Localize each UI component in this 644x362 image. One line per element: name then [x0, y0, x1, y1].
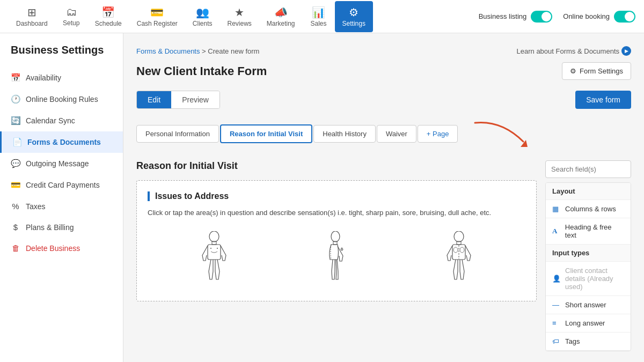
online-booking-label: Online booking [563, 12, 610, 20]
arrow-svg [470, 117, 534, 150]
breadcrumb-parent[interactable]: Forms & Documents [136, 47, 200, 55]
page-tab-personal-info[interactable]: Personal Information [136, 125, 219, 143]
credit-card-icon: 💳 [11, 180, 20, 190]
breadcrumb: Forms & Documents > Create new form Lear… [136, 46, 631, 56]
nav-setup[interactable]: 🗂 Setup [55, 1, 87, 32]
svg-point-13 [460, 247, 464, 253]
reviews-icon: ★ [235, 6, 244, 19]
business-listing-label: Business listing [479, 12, 527, 20]
arrow-annotation [470, 117, 534, 150]
cash-register-icon: 💳 [150, 6, 164, 19]
save-form-button[interactable]: Save form [575, 91, 631, 109]
settings-icon: ⚙ [349, 6, 358, 19]
setup-icon: 🗂 [66, 6, 77, 18]
dashboard-icon: ⊞ [27, 6, 36, 19]
marketing-icon: 📣 [274, 6, 288, 19]
form-settings-button[interactable]: ⚙ Form Settings [562, 62, 631, 80]
form-title: New Client Intake Form [136, 64, 267, 78]
long-answer-icon: ≡ [552, 319, 561, 327]
svg-rect-3 [208, 245, 221, 260]
online-booking-toggle-group: Online booking [563, 11, 635, 23]
page-tab-health-history[interactable]: Health History [313, 125, 376, 143]
short-answer-icon: — [552, 301, 561, 309]
nav-clients[interactable]: 👥 Clients [185, 1, 220, 32]
right-panel-content: Layout ▦ Columns & rows A Heading & free… [545, 182, 631, 351]
svg-point-1 [209, 231, 219, 242]
sidebar-item-plans-billing[interactable]: $ Plans & Billing [0, 217, 123, 238]
play-icon: ▶ [621, 46, 631, 56]
sales-icon: 📊 [312, 6, 325, 19]
right-panel: Layout ▦ Columns & rows A Heading & free… [545, 160, 631, 351]
nav-items: ⊞ Dashboard 🗂 Setup 📅 Schedule 💳 Cash Re… [9, 1, 479, 32]
sidebar-item-calendar-sync[interactable]: 🔄 Calendar Sync [0, 110, 123, 131]
nav-right: Business listing Online booking [479, 11, 635, 23]
sidebar-item-outgoing-message[interactable]: 💬 Outgoing Message [0, 153, 123, 174]
nav-dashboard[interactable]: ⊞ Dashboard [9, 1, 55, 32]
body-back-svg [437, 231, 480, 285]
nav-marketing[interactable]: 📣 Marketing [259, 1, 303, 32]
svg-point-12 [453, 247, 458, 253]
online-booking-toggle[interactable] [614, 11, 635, 23]
business-listing-toggle[interactable] [531, 11, 552, 23]
add-page-tab[interactable]: + Page [418, 125, 458, 143]
svg-point-6 [331, 231, 340, 242]
heading-free-text-item[interactable]: A Heading & free text [546, 218, 631, 245]
breadcrumb-current: Create new form [208, 47, 259, 55]
client-contact-details-item: 👤 Client contact details (Already used) [546, 262, 631, 296]
heading-icon: A [552, 227, 561, 235]
schedule-icon: 📅 [101, 6, 115, 19]
outgoing-message-icon: 💬 [11, 159, 20, 168]
columns-rows-icon: ▦ [552, 205, 561, 213]
sidebar-item-online-booking-rules[interactable]: 🕐 Online Booking Rules [0, 88, 123, 110]
short-answer-item[interactable]: — Short answer [546, 296, 631, 314]
tab-preview[interactable]: Preview [171, 91, 219, 108]
search-fields-input[interactable] [545, 160, 631, 178]
nav-cash-register[interactable]: 💳 Cash Register [129, 1, 185, 32]
taxes-icon: % [11, 202, 20, 211]
page-tabs: Personal Information Reason for Initial … [136, 117, 631, 150]
tags-icon: 🏷 [552, 337, 561, 345]
form-card[interactable]: Issues to Address Click or tap the area(… [136, 180, 537, 301]
nav-sales[interactable]: 📊 Sales [303, 1, 335, 32]
delete-icon: 🗑 [11, 243, 20, 253]
page-tab-waiver[interactable]: Waiver [377, 125, 416, 143]
gear-icon: ⚙ [570, 67, 576, 75]
top-nav: ⊞ Dashboard 🗂 Setup 📅 Schedule 💳 Cash Re… [0, 0, 644, 33]
main-content: Forms & Documents > Create new form Lear… [123, 33, 644, 362]
calendar-sync-icon: 🔄 [11, 116, 20, 125]
sidebar: Business Settings 📅 Availability 🕐 Onlin… [0, 33, 123, 362]
form-header: New Client Intake Form ⚙ Form Settings [136, 62, 631, 80]
input-types-section-title: Input types [546, 245, 631, 262]
sidebar-item-availability[interactable]: 📅 Availability [0, 67, 123, 88]
nav-schedule[interactable]: 📅 Schedule [87, 1, 129, 32]
columns-rows-item[interactable]: ▦ Columns & rows [546, 200, 631, 218]
tags-item[interactable]: 🏷 Tags [546, 333, 631, 351]
breadcrumb-separator: > [202, 47, 208, 55]
sidebar-item-credit-card-payments[interactable]: 💳 Credit Card Payments [0, 174, 123, 196]
tab-edit[interactable]: Edit [137, 91, 171, 108]
learn-link[interactable]: Learn about Forms & Documents ▶ [517, 46, 631, 56]
sidebar-item-delete-business[interactable]: 🗑 Delete Business [0, 238, 123, 258]
svg-point-4 [210, 248, 211, 249]
sidebar-title: Business Settings [0, 44, 123, 67]
svg-point-5 [217, 248, 218, 249]
issues-heading: Issues to Address [148, 191, 525, 201]
nav-settings[interactable]: ⚙ Settings [335, 1, 373, 32]
edit-preview-row: Edit Preview Save form [136, 91, 631, 109]
forms-documents-icon: 📄 [12, 137, 22, 147]
edit-preview-tabs: Edit Preview [136, 91, 220, 109]
client-contact-icon: 👤 [552, 275, 561, 283]
availability-icon: 📅 [11, 73, 20, 83]
plans-billing-icon: $ [11, 223, 20, 232]
sidebar-item-taxes[interactable]: % Taxes [0, 196, 123, 217]
issues-description: Click or tap the area(s) in question and… [148, 208, 525, 218]
svg-point-9 [454, 231, 464, 242]
section-title: Reason for Initial Visit [136, 160, 537, 172]
page-tab-reason[interactable]: Reason for Initial Visit [220, 124, 312, 143]
sidebar-item-forms-documents[interactable]: 📄 Forms & Documents [0, 131, 123, 153]
long-answer-item[interactable]: ≡ Long answer [546, 314, 631, 333]
online-booking-rules-icon: 🕐 [11, 94, 20, 104]
business-listing-toggle-group: Business listing [479, 11, 553, 23]
nav-reviews[interactable]: ★ Reviews [219, 1, 259, 32]
layout-section-title: Layout [546, 183, 631, 200]
